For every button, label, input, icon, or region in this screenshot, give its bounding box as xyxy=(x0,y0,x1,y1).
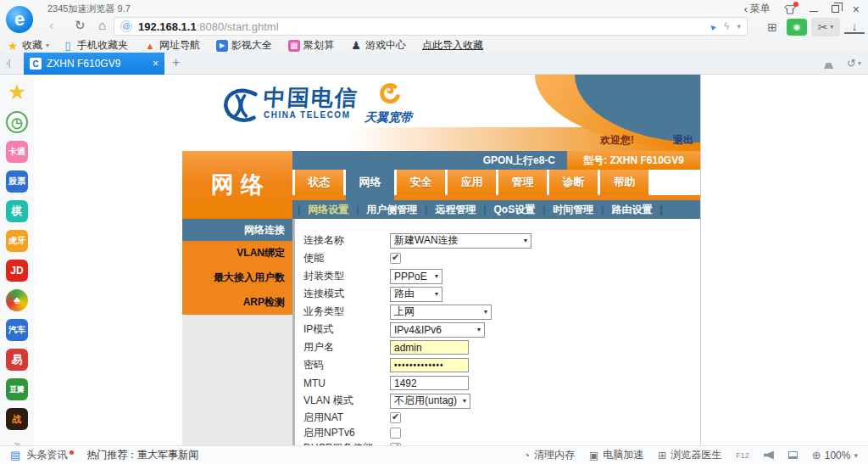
router-subtab[interactable]: 用户侧管理 xyxy=(356,203,425,217)
maximize-button[interactable] xyxy=(832,5,839,13)
sidebar-shortcut-icon[interactable]: ◷ xyxy=(6,111,28,133)
bookmark-item[interactable]: ▶ 影视大全 xyxy=(216,38,275,53)
statusbar-tool-button[interactable]: ▣ 电脑加速 xyxy=(589,448,643,462)
dropdown-select[interactable]: IPv4&IPv6▾ xyxy=(390,322,485,338)
form-row: MTU 1492 xyxy=(303,374,700,392)
browser-tab[interactable]: C ZXHN F610GV9 × xyxy=(24,53,164,75)
menu-button[interactable]: ‹菜单 xyxy=(744,2,771,16)
router-tab[interactable]: 应用 xyxy=(448,170,496,195)
router-subtab[interactable]: 时间管理 xyxy=(542,203,601,217)
router-tab[interactable]: 安全 xyxy=(397,170,445,195)
bookmark-item[interactable]: ▦ 聚划算 xyxy=(288,38,337,53)
router-tab[interactable]: 状态 xyxy=(295,170,343,195)
close-button[interactable]: × xyxy=(853,5,860,14)
checkbox[interactable] xyxy=(390,428,401,439)
browser-logo-icon[interactable]: e xyxy=(6,6,33,33)
skin-icon[interactable] xyxy=(784,4,796,14)
china-telecom-mark-icon xyxy=(221,87,259,124)
router-menu-item[interactable]: 最大接入用户数 xyxy=(182,266,292,290)
new-tab-button[interactable]: + xyxy=(172,55,180,70)
field-label: MTU xyxy=(303,377,390,389)
sidebar-shortcut-icon[interactable]: 虎牙 xyxy=(6,230,28,252)
router-tab[interactable]: 帮助 xyxy=(600,170,648,195)
home-button[interactable]: ⌂ xyxy=(98,18,106,32)
sidebar-shortcut-icon[interactable]: 战 xyxy=(6,408,28,430)
speed-rocket-icon[interactable]: ▲ xyxy=(706,20,719,33)
logout-link[interactable]: 退出 xyxy=(673,133,693,148)
router-tab[interactable]: 网络 xyxy=(346,170,394,200)
field-label: 启用NPTv6 xyxy=(303,426,390,440)
bookmark-item[interactable]: ▲ 网址导航 xyxy=(144,38,203,53)
statusbar-tool-button[interactable]: ⊞ 浏览器医生 xyxy=(658,448,721,462)
form-row: VLAN 模式 不启用(untag)▾ xyxy=(303,392,700,410)
tianyi-broadband-logo: 天翼宽带 xyxy=(364,81,412,126)
sidebar-shortcut-icon[interactable]: 豆瓣 xyxy=(6,378,28,400)
sidebar-shortcut-icon[interactable]: 棋 xyxy=(6,200,28,222)
dropdown-caret-icon: ▾ xyxy=(435,272,438,280)
checkbox[interactable] xyxy=(390,253,401,264)
text-input[interactable]: admin xyxy=(390,340,469,355)
minimize-button[interactable] xyxy=(810,11,818,12)
router-subtab[interactable]: QoS设置 xyxy=(483,203,542,217)
news-ticker[interactable]: 热门推荐：重大军事新闻 xyxy=(86,448,198,462)
sidebar-shortcut-icon[interactable]: ★ xyxy=(6,81,28,103)
form-row: 用户名 admin xyxy=(303,338,700,356)
speaker-icon[interactable] xyxy=(764,451,774,460)
router-tab[interactable]: 诊断 xyxy=(549,170,598,195)
router-menu-item[interactable]: 网络连接 xyxy=(182,219,292,241)
bookmark-item[interactable]: ♟ 游戏中心 xyxy=(350,38,409,53)
router-menu-item[interactable]: ARP检测 xyxy=(182,290,292,315)
chevron-down-icon[interactable]: ▾ xyxy=(737,22,741,31)
refresh-button[interactable]: ↻ xyxy=(75,18,86,33)
router-subtab[interactable]: 远程管理 xyxy=(425,203,483,217)
password-input[interactable]: ••••••••••••• xyxy=(390,358,469,372)
statusbar-tool-button[interactable]: ◔ 清理内存 xyxy=(524,448,575,462)
sidebar-more-button[interactable]: » xyxy=(0,438,34,445)
bookmark-item[interactable]: ▯ 手机收藏夹 xyxy=(62,38,131,53)
devtools-icon[interactable]: F12 xyxy=(736,451,749,460)
checkbox[interactable] xyxy=(390,412,401,423)
field-label: 使能 xyxy=(303,251,390,266)
router-admin-page: 中国电信 CHINA TELECOM 天翼宽带 欢迎您! 退出 网络 GPON上… xyxy=(182,75,701,445)
field-label: 启用NAT xyxy=(303,411,390,425)
page-mode-icon[interactable] xyxy=(788,451,798,459)
sidebar-shortcut-icon[interactable]: 股票 xyxy=(6,171,28,193)
clear-traces-icon[interactable] xyxy=(824,63,833,69)
form-row: 业务类型 上网▾ xyxy=(303,303,700,321)
dropdown-select[interactable]: 路由▾ xyxy=(390,287,442,302)
bookmark-item[interactable]: ★ 收藏 ▾ xyxy=(7,38,49,53)
sidebar-shortcut-icon[interactable]: 汽车 xyxy=(6,319,28,341)
tab-title: ZXHN F610GV9 xyxy=(47,58,153,70)
router-menu-item[interactable]: VLAN绑定 xyxy=(182,241,292,266)
sidebar-shortcut-icon[interactable]: 卡通 xyxy=(6,141,28,163)
site-security-badge-icon[interactable]: @ xyxy=(120,20,132,32)
zoom-control[interactable]: ⊕ 100% ▾ xyxy=(812,449,858,461)
zoom-plus-icon[interactable]: ⊕ xyxy=(812,449,821,461)
eye-protection-icon[interactable]: ◉ xyxy=(787,19,807,36)
tab-close-icon[interactable]: × xyxy=(153,58,159,70)
download-button[interactable]: ↓ xyxy=(844,20,865,34)
sidebar-shortcut-icon[interactable]: 易 xyxy=(6,349,28,371)
sidebar-rail: ★ ◷ 卡通 股票 棋 虎牙 JD ♣ 汽车 易 豆瓣 战 » xyxy=(0,75,34,445)
sidebar-shortcut-icon[interactable]: JD xyxy=(6,260,28,282)
dropdown-select[interactable]: 新建WAN连接▾ xyxy=(390,233,531,249)
screenshot-scissors-button[interactable]: ✂▾ xyxy=(811,18,840,36)
router-tab[interactable]: 管理 xyxy=(498,170,547,195)
router-subtab[interactable]: 路由设置 xyxy=(601,203,659,217)
bookmark-item[interactable]: 点此导入收藏 xyxy=(422,38,487,53)
form-row: 启用NPTv6 xyxy=(303,425,700,440)
tab-collapse-button[interactable]: ‹| xyxy=(6,58,10,68)
apps-grid-icon[interactable]: ⊞ xyxy=(762,18,782,36)
dropdown-select[interactable]: 不启用(untag)▾ xyxy=(390,394,470,409)
reopen-tab-icon[interactable]: ↺▾ xyxy=(847,57,861,70)
router-subtab[interactable]: 网络设置 xyxy=(298,203,356,217)
lightning-icon[interactable]: ϟ xyxy=(724,20,729,32)
bookmark-icon: ▦ xyxy=(288,40,300,52)
back-button[interactable]: ‹ xyxy=(49,18,53,32)
sidebar-shortcut-icon[interactable]: ♣ xyxy=(6,289,28,311)
news-feed-button[interactable]: 头条资讯 xyxy=(26,448,67,462)
dropdown-select[interactable]: 上网▾ xyxy=(390,305,492,320)
dropdown-select[interactable]: PPPoE▾ xyxy=(390,269,442,284)
text-input[interactable]: 1492 xyxy=(390,376,469,390)
address-bar[interactable]: @ 192.168.1.1 :8080/start.ghtml ▲ ϟ ▾ xyxy=(114,17,748,36)
